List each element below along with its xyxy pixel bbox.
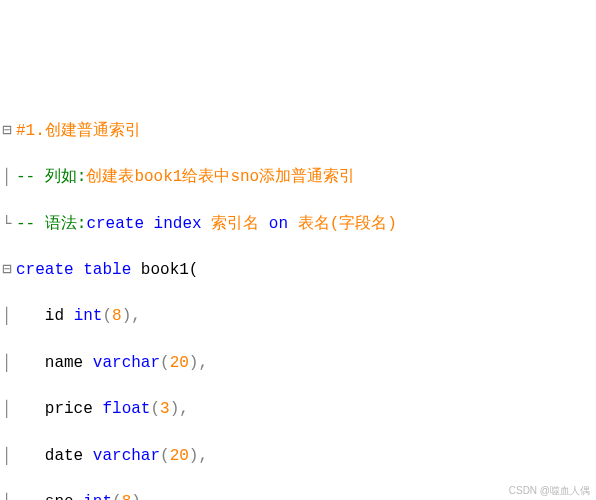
syntax-label: -- 语法: <box>16 215 86 233</box>
example-label: -- 列如: <box>16 168 86 186</box>
col-price-1: │ price float(3), <box>2 398 594 421</box>
create-table-1: ⊟create table book1( <box>2 259 594 282</box>
code-block: ⊟#1.创建普通索引 │-- 列如:创建表book1给表中sno添加普通索引 └… <box>2 97 594 500</box>
title-prefix: #1. <box>16 122 45 140</box>
comment-title-1: ⊟#1.创建普通索引 <box>2 120 594 143</box>
col-name-1: │ name varchar(20), <box>2 352 594 375</box>
col-date-1: │ date varchar(20), <box>2 445 594 468</box>
comment-syntax-1: └-- 语法:create index 索引名 on 表名(字段名) <box>2 213 594 236</box>
watermark-text: CSDN @噬血人偶 <box>509 484 590 499</box>
col-id-1: │ id int(8), <box>2 305 594 328</box>
comment-example-1: │-- 列如:创建表book1给表中sno添加普通索引 <box>2 166 594 189</box>
example-text: 创建表book1给表中sno添加普通索引 <box>86 168 355 186</box>
title-text: 创建普通索引 <box>45 122 141 140</box>
col-sno-1: │ sno int(8) <box>2 491 594 500</box>
